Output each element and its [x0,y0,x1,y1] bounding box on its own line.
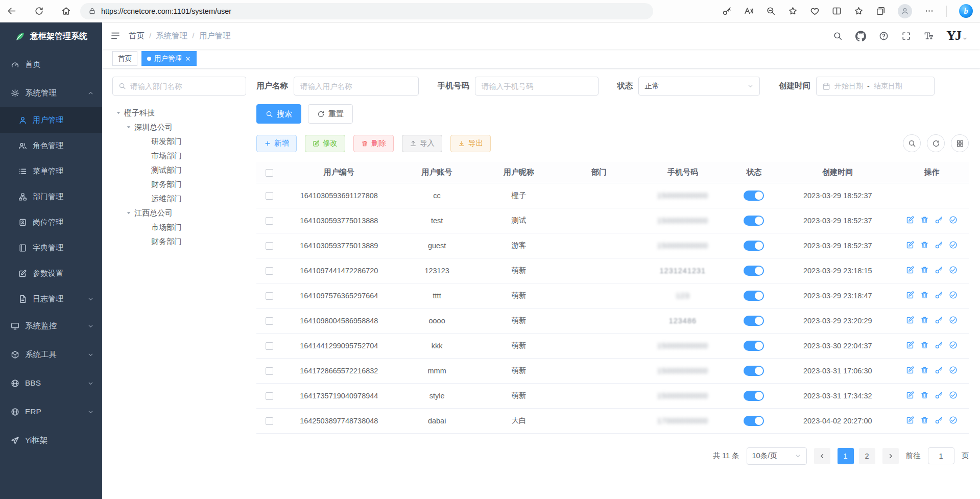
next-page-button[interactable] [882,448,899,464]
browser-more-icon[interactable] [924,6,934,16]
sidebar-item-home[interactable]: 首页 [0,50,102,79]
sidebar-item-menu-mgmt[interactable]: 菜单管理 [0,158,102,184]
breadcrumb-item[interactable]: 系统管理 [156,31,187,41]
tree-node[interactable]: 深圳总公司 [112,120,246,134]
status-toggle[interactable] [744,391,764,401]
sidebar-item-erp[interactable]: ERP [0,397,102,426]
assign-role-button[interactable] [949,266,958,274]
prev-page-button[interactable] [814,448,830,464]
tree-node[interactable]: 市场部门 [112,149,246,163]
sidebar-item-dict-mgmt[interactable]: 字典管理 [0,235,102,260]
delete-row-button[interactable] [920,391,929,399]
sidebar-item-role-mgmt[interactable]: 角色管理 [0,133,102,158]
status-toggle[interactable] [744,216,764,226]
row-checkbox[interactable] [266,417,273,425]
status-toggle[interactable] [744,366,764,376]
tree-node[interactable]: 测试部门 [112,163,246,177]
browser-back-button[interactable] [7,6,17,16]
edit-row-button[interactable] [906,341,915,349]
sidebar-toggle-icon[interactable] [110,31,121,41]
reset-password-button[interactable] [935,216,943,224]
delete-row-button[interactable] [920,416,929,424]
status-toggle[interactable] [744,241,764,251]
reset-password-button[interactable] [935,366,943,374]
select-all-checkbox[interactable] [266,169,273,177]
search-button[interactable]: 搜索 [256,104,301,124]
assign-role-button[interactable] [949,216,958,224]
row-checkbox[interactable] [266,217,273,225]
import-button[interactable]: 导入 [402,135,442,152]
reset-password-button[interactable] [935,316,943,324]
browser-refresh-button[interactable] [34,6,44,16]
help-icon[interactable] [879,31,889,41]
goto-page-input[interactable] [928,447,954,464]
reset-password-button[interactable] [935,391,943,399]
favorites-bar-icon[interactable] [854,6,864,16]
sidebar-item-log-mgmt[interactable]: 日志管理 [0,286,102,312]
edit-row-button[interactable] [906,216,915,224]
status-toggle[interactable] [744,416,764,426]
status-toggle[interactable] [744,191,764,201]
sidebar-item-user-mgmt[interactable]: 用户管理 [0,107,102,133]
page-button-1[interactable]: 1 [838,448,854,464]
assign-role-button[interactable] [949,341,958,349]
reset-button[interactable]: 重置 [308,104,353,124]
delete-row-button[interactable] [920,216,929,224]
row-checkbox[interactable] [266,317,273,325]
toggle-search-button[interactable] [903,134,921,152]
github-icon[interactable] [855,31,866,41]
reset-password-button[interactable] [935,416,943,424]
dept-search-input[interactable] [130,82,240,90]
delete-row-button[interactable] [920,241,929,249]
tab-首页[interactable]: 首页 [112,51,137,66]
status-select[interactable]: 正常 [638,77,760,96]
status-toggle[interactable] [744,341,764,351]
assign-role-button[interactable] [949,366,958,374]
edit-row-button[interactable] [906,241,915,249]
edit-row-button[interactable] [906,266,915,274]
delete-row-button[interactable] [920,341,929,349]
export-button[interactable]: 导出 [450,135,491,152]
refresh-table-button[interactable] [927,134,945,152]
status-toggle[interactable] [744,316,764,326]
tree-node[interactable]: 研发部门 [112,134,246,149]
delete-button[interactable]: 删除 [353,135,394,152]
sidebar-item-tools[interactable]: 系统工具 [0,340,102,369]
tree-node[interactable]: 江西总公司 [112,206,246,220]
sidebar-item-dept-mgmt[interactable]: 部门管理 [0,184,102,209]
tree-node[interactable]: 财务部门 [112,234,246,249]
header-search-icon[interactable] [833,31,843,41]
page-size-select[interactable]: 10条/页 [747,447,807,465]
columns-toggle-button[interactable] [951,134,969,152]
status-toggle[interactable] [744,266,764,276]
add-button[interactable]: 新增 [256,135,297,152]
edit-row-button[interactable] [906,391,915,399]
row-checkbox[interactable] [266,392,273,400]
tree-node[interactable]: 财务部门 [112,177,246,192]
reset-password-button[interactable] [935,291,943,299]
delete-row-button[interactable] [920,366,929,374]
sidebar-item-system[interactable]: 系统管理 [0,79,102,107]
reset-password-button[interactable] [935,266,943,274]
row-checkbox[interactable] [266,292,273,300]
reset-password-button[interactable] [935,241,943,249]
zoom-out-icon[interactable] [766,6,776,16]
assign-role-button[interactable] [949,241,958,249]
sidebar-item-bbs[interactable]: BBS [0,369,102,397]
edit-row-button[interactable] [906,366,915,374]
edit-button[interactable]: 修改 [305,135,345,152]
browser-essentials-icon[interactable] [810,6,820,16]
delete-row-button[interactable] [920,266,929,274]
sidebar-item-monitor[interactable]: 系统监控 [0,312,102,340]
tab-close-icon[interactable] [185,56,191,62]
row-checkbox[interactable] [266,342,273,350]
reset-password-button[interactable] [935,341,943,349]
password-manager-icon[interactable] [722,6,732,16]
browser-profile-avatar[interactable] [898,4,912,18]
split-screen-icon[interactable] [832,6,842,16]
fullscreen-icon[interactable] [901,31,911,41]
user-avatar-logo[interactable]: YJ [946,30,968,42]
font-size-icon[interactable] [924,31,934,41]
date-range-picker[interactable]: 开始日期 - 结束日期 [816,77,935,96]
username-input[interactable] [294,77,419,96]
